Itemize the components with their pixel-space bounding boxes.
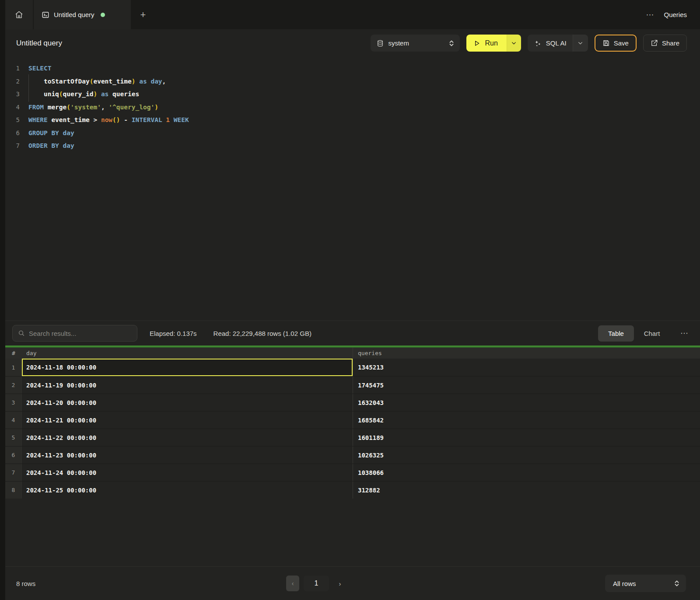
rows-count: 8 rows xyxy=(16,580,35,587)
prev-page-button[interactable]: ‹ xyxy=(286,576,299,591)
code-line[interactable]: 1SELECT xyxy=(5,62,700,75)
cell-queries[interactable]: 312882 xyxy=(353,481,700,499)
cell-day[interactable]: 2024-11-22 00:00:00 xyxy=(22,429,353,446)
table-row: 42024-11-21 00:00:001685842 xyxy=(5,411,700,429)
row-number: 1 xyxy=(5,359,22,376)
code-text: uniq(query_id) as queries xyxy=(28,88,139,101)
column-header-day[interactable]: day xyxy=(22,350,353,356)
results-toolbar: Elapsed: 0.137s Read: 22,229,488 rows (1… xyxy=(5,321,700,345)
cell-queries[interactable]: 1345213 xyxy=(353,359,700,376)
cell-day[interactable]: 2024-11-19 00:00:00 xyxy=(22,377,353,394)
home-tab[interactable] xyxy=(5,0,33,29)
share-label: Share xyxy=(662,39,679,47)
cell-queries[interactable]: 1632043 xyxy=(353,394,700,411)
read-stat: Read: 22,229,488 rows (1.02 GB) xyxy=(214,330,312,337)
window-edge xyxy=(0,0,5,600)
cell-day[interactable]: 2024-11-23 00:00:00 xyxy=(22,447,353,464)
rows-per-page-selector[interactable]: All rows xyxy=(605,575,686,592)
column-header-index: # xyxy=(5,350,22,356)
run-button[interactable]: Run xyxy=(466,35,506,52)
search-box xyxy=(12,325,137,342)
table-row: 72024-11-24 00:00:001038066 xyxy=(5,464,700,481)
save-label: Save xyxy=(614,39,629,47)
row-number: 7 xyxy=(5,464,22,481)
sql-ai-options-button[interactable] xyxy=(573,35,588,52)
row-number: 3 xyxy=(5,394,22,411)
tab-untitled-query[interactable]: Untitled query xyxy=(34,0,131,29)
next-page-button[interactable]: › xyxy=(333,576,346,591)
cell-day[interactable]: 2024-11-18 00:00:00 xyxy=(22,359,353,376)
cell-day[interactable]: 2024-11-20 00:00:00 xyxy=(22,394,353,411)
database-selector-value: system xyxy=(388,39,444,47)
search-icon xyxy=(18,330,25,337)
save-button[interactable]: Save xyxy=(595,35,637,52)
pagination: ‹ 1 › xyxy=(286,576,346,591)
new-tab-button[interactable]: + xyxy=(131,0,155,29)
code-text: WHERE event_time > now() - INTERVAL 1 WE… xyxy=(28,114,189,127)
sql-ai-button[interactable]: SQL AI xyxy=(528,35,573,52)
tab-table[interactable]: Table xyxy=(598,325,634,342)
cell-day[interactable]: 2024-11-21 00:00:00 xyxy=(22,412,353,429)
code-text: FROM merge('system', '^query_log') xyxy=(28,101,158,114)
code-line[interactable]: 5WHERE event_time > now() - INTERVAL 1 W… xyxy=(5,114,700,127)
row-number: 6 xyxy=(5,447,22,464)
run-options-button[interactable] xyxy=(507,35,521,52)
elapsed-stat: Elapsed: 0.137s xyxy=(150,330,197,337)
cell-queries[interactable]: 1026325 xyxy=(353,447,700,464)
database-selector[interactable]: system xyxy=(371,35,460,52)
row-number: 2 xyxy=(5,377,22,394)
code-line[interactable]: 7ORDER BY day xyxy=(5,140,700,153)
sparkles-icon xyxy=(534,39,542,47)
code-line[interactable]: 6GROUP BY day xyxy=(5,127,700,140)
table-row: 22024-11-19 00:00:001745475 xyxy=(5,376,700,394)
code-line[interactable]: 4FROM merge('system', '^query_log') xyxy=(5,101,700,114)
sql-editor[interactable]: 1SELECT2 toStartOfDay(event_time) as day… xyxy=(5,57,700,321)
tab-chart[interactable]: Chart xyxy=(634,325,670,342)
cell-queries[interactable]: 1601189 xyxy=(353,429,700,446)
line-number: 2 xyxy=(5,75,20,88)
line-number: 6 xyxy=(5,127,20,140)
column-header-queries[interactable]: queries xyxy=(353,348,700,359)
table-row: 62024-11-23 00:00:001026325 xyxy=(5,446,700,464)
line-number: 1 xyxy=(5,62,20,75)
terminal-icon xyxy=(42,11,49,19)
results-menu-icon[interactable]: ⋯ xyxy=(680,328,689,338)
cell-queries[interactable]: 1685842 xyxy=(353,412,700,429)
results-empty-area xyxy=(5,499,700,566)
sql-ai-label: SQL AI xyxy=(546,39,567,47)
database-icon xyxy=(377,40,384,47)
query-header: Untitled query system xyxy=(5,29,700,57)
unsaved-dot xyxy=(101,13,105,17)
run-label: Run xyxy=(485,39,497,47)
share-button[interactable]: Share xyxy=(643,35,687,52)
table-row: 52024-11-22 00:00:001601189 xyxy=(5,429,700,446)
code-line[interactable]: 3 uniq(query_id) as queries xyxy=(5,88,700,101)
cell-day[interactable]: 2024-11-24 00:00:00 xyxy=(22,464,353,481)
app-window: Untitled query + ⋯ Queries Untitled quer… xyxy=(0,0,700,600)
cell-queries[interactable]: 1745475 xyxy=(353,377,700,394)
queries-link[interactable]: Queries xyxy=(664,11,687,18)
tab-title: Untitled query xyxy=(54,11,94,18)
updown-chevron-icon xyxy=(448,40,455,47)
cell-queries[interactable]: 1038066 xyxy=(353,464,700,481)
results-footer: 8 rows ‹ 1 › All rows xyxy=(5,566,700,600)
tab-bar: Untitled query + ⋯ Queries xyxy=(5,0,700,29)
line-number: 3 xyxy=(5,88,20,101)
main-panel: Untitled query + ⋯ Queries Untitled quer… xyxy=(5,0,700,600)
table-row: 32024-11-20 00:00:001632043 xyxy=(5,394,700,411)
cell-day[interactable]: 2024-11-25 00:00:00 xyxy=(22,481,353,499)
save-icon xyxy=(602,39,610,47)
page-title: Untitled query xyxy=(16,39,62,48)
code-text: toStartOfDay(event_time) as day, xyxy=(28,75,166,88)
run-button-group: Run xyxy=(466,35,521,52)
tabbar-menu-icon[interactable]: ⋯ xyxy=(646,10,654,20)
code-lines: 1SELECT2 toStartOfDay(event_time) as day… xyxy=(5,62,700,153)
current-page-button[interactable]: 1 xyxy=(304,576,329,591)
table-row: 12024-11-18 00:00:001345213 xyxy=(5,359,700,376)
updown-chevron-icon xyxy=(674,580,680,587)
code-text: GROUP BY day xyxy=(28,127,74,140)
search-input[interactable] xyxy=(29,330,132,337)
code-text: ORDER BY day xyxy=(28,140,74,153)
row-number: 8 xyxy=(5,481,22,499)
code-line[interactable]: 2 toStartOfDay(event_time) as day, xyxy=(5,75,700,88)
